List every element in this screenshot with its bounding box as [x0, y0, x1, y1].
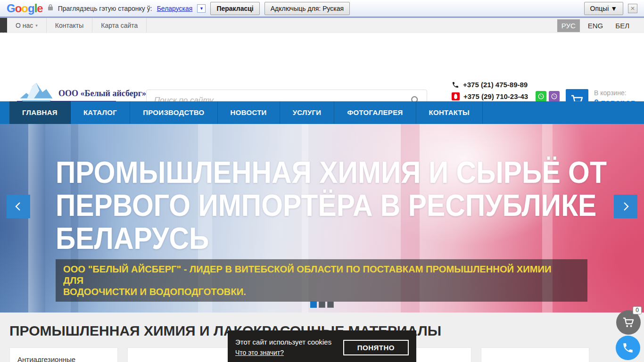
lang-rus[interactable]: РУС [557, 19, 580, 32]
menu-item-services[interactable]: УСЛУГИ [280, 101, 335, 124]
options-button[interactable]: Опцыі ▼ [584, 2, 623, 15]
slider-next-button[interactable] [614, 195, 637, 218]
disable-translate-button[interactable]: Адключыць для: Руская [264, 2, 350, 15]
slider-prev-button[interactable] [7, 195, 30, 218]
close-icon: ✕ [630, 5, 635, 12]
cart-badge: 0 [633, 306, 642, 314]
cart-label: В корзине: [594, 89, 636, 98]
viber-icon[interactable] [549, 91, 560, 102]
caret-down-icon: ▼ [199, 6, 204, 11]
floating-phone-icon [622, 342, 634, 354]
lang-eng[interactable]: ENG [584, 19, 608, 32]
phone-row-2: +375 (29) 710-23-43 [452, 90, 560, 102]
translate-language-link[interactable]: Беларуская [157, 5, 193, 12]
site-header: ООО «Белый айсберг» +375 (21) 475-89-89 … [0, 33, 644, 101]
floating-cart-icon [622, 317, 635, 328]
phone-row-1: +375 (21) 475-89-89 [452, 79, 560, 90]
decor [28, 124, 45, 313]
whatsapp-icon[interactable] [536, 91, 546, 102]
category-card[interactable] [127, 347, 236, 362]
cookie-notice: Этот сайт использует cookies Что это зна… [228, 330, 416, 362]
floating-cart-button[interactable]: 0 [616, 310, 641, 335]
phone-icon [452, 81, 459, 89]
menu-item-catalog[interactable]: КАТАЛОГ [71, 101, 130, 124]
corner-block [0, 18, 7, 33]
logo-text: ООО «Белый айсберг» [58, 89, 146, 99]
caret-down-icon: ▼ [611, 5, 617, 12]
menu-item-news[interactable]: НОВОСТИ [218, 101, 280, 124]
phone-number[interactable]: +375 (29) 710-23-43 [463, 92, 528, 100]
floating-phone-button[interactable] [616, 336, 640, 360]
hero-subtitle: ООО "БЕЛЫЙ АЙСБЕРГ" - ЛИДЕР В ВИТЕБСКОЙ … [56, 259, 587, 302]
language-dropdown-button[interactable]: ▼ [197, 4, 206, 13]
language-switcher: РУС ENG БЕЛ [557, 19, 634, 32]
close-translate-bar-button[interactable]: ✕ [628, 4, 637, 13]
nav-item-sitemap[interactable]: Карта сайта [92, 18, 147, 33]
menu-item-contacts[interactable]: КОНТАКТЫ [416, 101, 483, 124]
translate-prompt: Праглядзець гэтую старонку ў: [58, 5, 152, 12]
translate-button[interactable]: Перакласці [210, 2, 259, 15]
google-logo: Google [7, 3, 43, 14]
hero-slider: ПРОМЫШЛЕННАЯ ХИМИЯ И СЫРЬЁ ОТ ПЕРВОГО ИМ… [0, 124, 644, 313]
category-card[interactable]: Антиадгезионные [9, 347, 118, 362]
page: Google Праглядзець гэтую старонку ў: Бел… [0, 0, 644, 362]
mts-icon [452, 92, 460, 100]
hero-title: ПРОМЫШЛЕННАЯ ХИМИЯ И СЫРЬЁ ОТ ПЕРВОГО ИМ… [56, 156, 644, 255]
slider-dot-1[interactable] [310, 301, 317, 308]
slider-pagination [310, 301, 334, 308]
nav-item-contacts[interactable]: Контакты [47, 18, 92, 33]
nav-item-about[interactable]: О нас ▾ [7, 18, 47, 33]
slider-dot-2[interactable] [319, 301, 325, 308]
cookie-info-link[interactable]: Что это значит? [235, 349, 284, 356]
menu-item-production[interactable]: ПРОИЗВОДСТВО [130, 101, 217, 124]
slider-dot-3[interactable] [327, 301, 334, 308]
google-translate-bar: Google Праглядзець гэтую старонку ў: Бел… [0, 0, 644, 18]
lang-bel[interactable]: БЕЛ [611, 19, 634, 32]
menu-item-home[interactable]: ГЛАВНАЯ [9, 101, 71, 124]
chevron-down-icon: ▾ [35, 23, 38, 28]
lock-icon [48, 4, 53, 13]
main-menu: ГЛАВНАЯ КАТАЛОГ ПРОИЗВОДСТВО НОВОСТИ УСЛ… [0, 101, 644, 124]
top-nav: О нас ▾ Контакты Карта сайта РУС ENG БЕЛ [0, 18, 644, 33]
category-card[interactable] [481, 347, 589, 362]
chevron-right-icon [620, 201, 631, 212]
phone-number[interactable]: +375 (21) 475-89-89 [463, 81, 528, 89]
chevron-left-icon [13, 201, 24, 212]
cookie-accept-button[interactable]: ПОНЯТНО [343, 340, 409, 355]
menu-item-gallery[interactable]: ФОТОГАЛЕРЕЯ [334, 101, 416, 124]
